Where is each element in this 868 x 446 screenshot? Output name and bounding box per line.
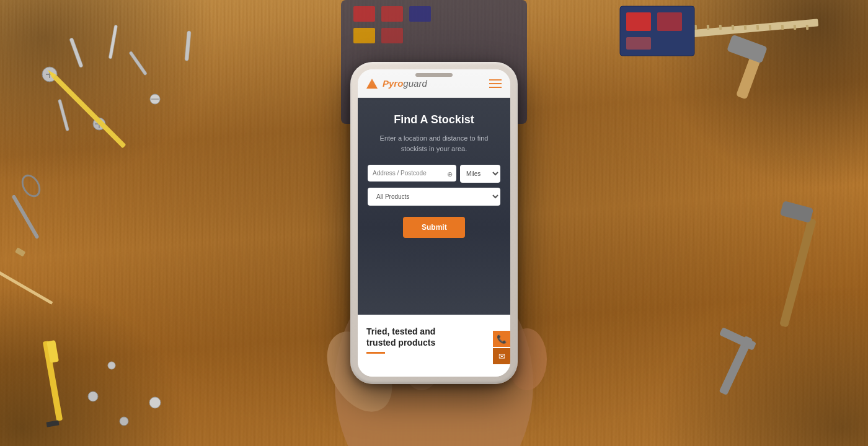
bottom-title-underline: [366, 352, 385, 354]
submit-button[interactable]: Submit: [403, 217, 465, 238]
location-icon: ⊕: [447, 170, 453, 178]
hamburger-line-1: [489, 79, 502, 81]
tool-shadow-tl: [0, 0, 217, 186]
logo-brand-guard: guard: [403, 78, 427, 89]
bottom-title: Tried, tested and trusted products: [366, 326, 466, 348]
logo-area: Pyroguard: [366, 78, 427, 89]
address-input[interactable]: [368, 165, 456, 181]
phone-bottom-section: Tried, tested and trusted products 📞 ✉: [358, 315, 510, 377]
phone-icon: 📞: [497, 334, 507, 344]
float-phone-button[interactable]: 📞: [493, 331, 510, 347]
submit-row: Submit: [368, 214, 500, 238]
products-select[interactable]: All Products Fire Doors Fire Glass Fire …: [368, 188, 500, 206]
tool-shadow-br: [620, 260, 868, 446]
hamburger-line-2: [489, 83, 502, 84]
phone-device: Pyroguard Find A Stockist Enter a locati…: [350, 62, 518, 384]
stockist-search-form: ⊕ Miles Km All Products Fire Doors Fire …: [368, 165, 500, 238]
search-row-address: ⊕ Miles Km: [368, 165, 500, 183]
phone-mockup: Pyroguard Find A Stockist Enter a locati…: [350, 62, 518, 384]
logo-brand-pyro: Pyro: [383, 78, 403, 89]
email-icon: ✉: [498, 352, 505, 361]
hamburger-menu-button[interactable]: [489, 79, 502, 88]
miles-select[interactable]: Miles Km: [460, 165, 500, 183]
logo-text: Pyroguard: [383, 78, 427, 89]
hero-section: Find A Stockist Enter a location and dis…: [358, 98, 510, 315]
products-row: All Products Fire Doors Fire Glass Fire …: [368, 188, 500, 206]
float-email-button[interactable]: ✉: [493, 348, 510, 364]
address-input-wrapper: ⊕: [368, 165, 456, 183]
logo-triangle-icon: [366, 79, 378, 89]
phone-navbar: Pyroguard: [358, 69, 510, 98]
hero-subtitle: Enter a location and distance to find st…: [368, 133, 500, 154]
tool-shadow-tr: [620, 0, 868, 217]
hamburger-line-3: [489, 87, 502, 88]
tool-shadow-bl: [0, 260, 217, 446]
phone-screen: Pyroguard Find A Stockist Enter a locati…: [358, 69, 510, 377]
float-action-buttons: 📞 ✉: [493, 331, 510, 364]
hero-title: Find A Stockist: [368, 113, 500, 127]
